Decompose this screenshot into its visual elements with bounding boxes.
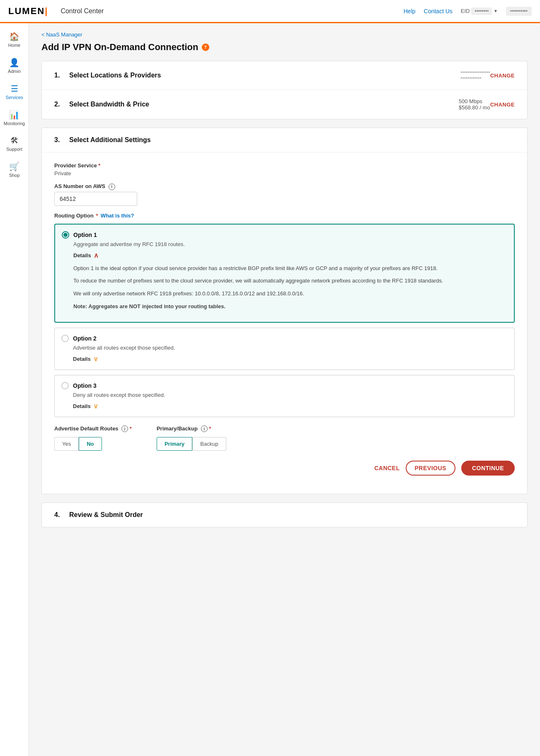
step-2-price: $568.80 / mo: [459, 104, 490, 111]
advertise-yes-btn[interactable]: Yes: [54, 437, 79, 451]
option-1-header: Option 1: [62, 231, 507, 239]
step-1-detail-2: ••••••••••••: [460, 75, 490, 81]
contact-link[interactable]: Contact Us: [424, 8, 453, 14]
sidebar-item-shop-label: Shop: [9, 173, 20, 178]
top-nav: LUMEN| Control Center Help Contact Us EI…: [0, 0, 540, 23]
advertise-default-btn-group: Yes No: [54, 437, 132, 451]
sidebar-item-home[interactable]: 🏠 Home: [1, 27, 28, 52]
option-2-chevron-down-icon: ∨: [93, 355, 98, 363]
as-number-info-icon[interactable]: i: [109, 184, 115, 190]
eid-container: EID •••••••• ▼: [461, 7, 498, 15]
step-3-card: 3. Select Additional Settings Provider S…: [41, 128, 528, 494]
sidebar-item-admin-label: Admin: [8, 69, 21, 74]
option-1-details-toggle[interactable]: Details ∧: [73, 251, 507, 259]
step-1-details: ••••••••••••••••• ••••••••••••: [460, 70, 490, 81]
option-3-title: Option 3: [73, 382, 97, 389]
primary-btn[interactable]: Primary: [157, 437, 192, 451]
sidebar-item-monitoring[interactable]: 📊 Monitoring: [1, 106, 28, 130]
eid-label: EID: [461, 8, 470, 14]
option-1-chevron-up-icon: ∧: [94, 251, 99, 259]
page-title: Add IP VPN On-Demand Connection ?: [41, 42, 528, 53]
sidebar-item-services[interactable]: ☰ Services: [1, 80, 28, 104]
nav-right: Help Contact Us EID •••••••• ▼ •••••••••…: [404, 7, 532, 16]
provider-service-label: Provider Service *: [54, 162, 515, 169]
steps-1-2-card: 1. Select Locations & Providers ••••••••…: [41, 61, 528, 119]
page-title-help-icon[interactable]: ?: [202, 43, 209, 51]
admin-icon: 👤: [9, 58, 19, 68]
primary-backup-group: Primary/Backup i * Primary Backup: [157, 425, 226, 451]
step-3-title: Select Additional Settings: [69, 136, 515, 144]
step-1-row: 1. Select Locations & Providers ••••••••…: [42, 61, 527, 90]
sidebar-item-monitoring-label: Monitoring: [4, 121, 25, 126]
step-2-title: Select Bandwidth & Price: [69, 101, 450, 108]
option-2-details-toggle[interactable]: Details ∨: [73, 355, 508, 363]
backup-btn[interactable]: Backup: [192, 437, 226, 451]
routing-option-field: Routing Option * What is this?: [54, 213, 515, 219]
option-2-header: Option 2: [61, 335, 508, 342]
option-2-radio[interactable]: [61, 335, 69, 342]
as-number-field: AS Number on AWS i: [54, 183, 515, 206]
option-1-title: Option 1: [73, 232, 97, 238]
breadcrumb[interactable]: NaaS Manager: [41, 31, 528, 38]
continue-button[interactable]: CONTINUE: [461, 461, 515, 476]
option-1-card: Option 1 Aggregate and advertise my RFC …: [54, 224, 515, 323]
as-number-input[interactable]: [54, 192, 137, 206]
sidebar-item-home-label: Home: [8, 43, 20, 48]
option-3-card: Option 3 Deny all routes except those sp…: [54, 375, 515, 417]
bottom-fields: Advertise Default Routes i * Yes No Prim…: [54, 425, 515, 451]
step-1-detail-1: •••••••••••••••••: [460, 70, 490, 75]
step-1-title: Select Locations & Providers: [69, 72, 452, 79]
option-3-desc: Deny all routes except those specified.: [73, 392, 508, 398]
step-4-card: 4. Review & Submit Order: [41, 502, 528, 527]
previous-button[interactable]: PREVIOUS: [406, 461, 455, 476]
sidebar-item-shop[interactable]: 🛒 Shop: [1, 157, 28, 182]
help-link[interactable]: Help: [404, 8, 416, 14]
step-2-change-btn[interactable]: CHANGE: [490, 101, 515, 108]
services-icon: ☰: [11, 84, 18, 94]
primary-backup-label: Primary/Backup i *: [157, 425, 226, 432]
option-3-chevron-down-icon: ∨: [93, 402, 98, 410]
option-1-desc: Aggregate and advertise my RFC 1918 rout…: [73, 241, 507, 247]
logo-accent: |: [45, 6, 48, 16]
step-3-header-row: 3. Select Additional Settings: [42, 128, 527, 152]
primary-backup-btn-group: Primary Backup: [157, 437, 226, 451]
step-2-details: 500 Mbps $568.80 / mo: [459, 98, 490, 111]
option-2-card: Option 2 Advertise all routes except tho…: [54, 328, 515, 370]
option-3-header: Option 3: [61, 382, 508, 389]
advertise-default-label: Advertise Default Routes i *: [54, 425, 132, 432]
step-2-number: 2.: [54, 101, 63, 108]
step-4-title: Review & Submit Order: [69, 511, 515, 519]
sidebar-item-services-label: Services: [5, 95, 23, 100]
provider-service-value: Private: [54, 170, 515, 176]
nav-title: Control Center: [61, 7, 104, 15]
monitoring-icon: 📊: [9, 110, 19, 120]
option-3-details-toggle[interactable]: Details ∨: [73, 402, 508, 410]
option-2-desc: Advertise all routes except those specif…: [73, 345, 508, 351]
advertise-default-info-icon[interactable]: i: [121, 425, 128, 432]
what-is-this-link[interactable]: What is this?: [101, 213, 134, 219]
cancel-button[interactable]: CANCEL: [374, 465, 400, 471]
option-3-radio[interactable]: [61, 382, 69, 389]
step-4-row: 4. Review & Submit Order: [42, 503, 527, 527]
main-content: NaaS Manager Add IP VPN On-Demand Connec…: [29, 23, 540, 756]
shop-icon: 🛒: [9, 162, 19, 171]
sidebar-item-support[interactable]: 🛠 Support: [1, 132, 28, 156]
step-1-number: 1.: [54, 72, 63, 79]
sidebar: 🏠 Home 👤 Admin ☰ Services 📊 Monitoring 🛠…: [0, 23, 29, 756]
user-menu[interactable]: ••••••••••: [506, 7, 532, 16]
provider-service-field: Provider Service * Private: [54, 162, 515, 176]
sidebar-item-admin[interactable]: 👤 Admin: [1, 53, 28, 78]
action-row: CANCEL PREVIOUS CONTINUE: [54, 461, 515, 476]
option-1-radio[interactable]: [62, 231, 69, 239]
as-number-label: AS Number on AWS i: [54, 183, 515, 190]
advertise-no-btn[interactable]: No: [79, 437, 102, 451]
eid-chevron[interactable]: ▼: [494, 9, 498, 13]
step-4-number: 4.: [54, 511, 63, 519]
logo: LUMEN|: [8, 6, 48, 17]
routing-option-label: Routing Option * What is this?: [54, 213, 515, 219]
primary-backup-info-icon[interactable]: i: [201, 425, 208, 432]
step-1-change-btn[interactable]: CHANGE: [490, 72, 515, 79]
step-2-bandwidth: 500 Mbps: [459, 98, 490, 104]
sidebar-item-support-label: Support: [6, 147, 22, 152]
home-icon: 🏠: [9, 31, 19, 41]
